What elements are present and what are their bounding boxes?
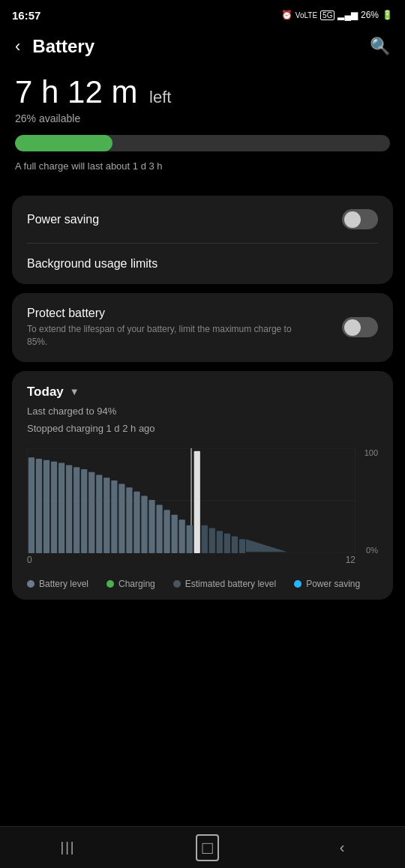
power-saving-label: Power saving [27,213,333,226]
home-button[interactable]: □ [196,834,219,861]
chart-legend: Battery level Charging Estimated battery… [27,579,378,589]
svg-rect-25 [172,515,178,553]
svg-rect-13 [81,469,87,553]
chart-stopped-charging: Stopped charging 1 d 2 h ago [27,421,378,437]
legend-dot-charging [106,580,114,588]
svg-rect-17 [111,480,117,553]
x-label-12: 12 [346,555,356,565]
y-label-bottom: 0% [366,546,378,555]
legend-estimated-battery: Estimated battery level [173,579,276,589]
5g-icon: 5G [320,10,334,20]
svg-rect-34 [239,540,245,554]
volte-icon: VoLTE [296,11,317,19]
svg-rect-29 [202,525,208,553]
protect-toggle-knob [344,319,361,336]
search-button[interactable]: 🔍 [370,37,390,56]
bottom-nav: ||| □ ‹ [0,826,405,868]
legend-dot-estimated [173,580,181,588]
svg-rect-6 [28,458,34,554]
power-saving-toggle[interactable] [342,209,378,229]
svg-rect-14 [88,472,94,553]
svg-rect-19 [126,488,132,554]
protect-battery-label: Protect battery [27,307,333,320]
legend-power-saving: Power saving [294,579,360,589]
page-title: Battery [32,36,94,57]
svg-rect-27 [187,525,193,553]
svg-rect-7 [36,459,42,553]
power-saving-row[interactable]: Power saving [12,196,393,243]
svg-rect-16 [104,478,110,554]
header: ‹ Battery 🔍 [0,27,405,69]
x-label-0: 0 [27,555,32,565]
battery-time-remaining: 7 h 12 m left [15,75,390,109]
background-usage-label: Background usage limits [27,257,378,271]
legend-dot-powersaving [294,580,302,588]
svg-rect-33 [232,537,238,553]
status-icons: ⏰ VoLTE 5G ▂▄▆ 26% 🔋 [281,10,393,20]
recent-apps-button[interactable]: ||| [60,840,75,855]
battery-available-text: 26% available [15,112,390,124]
svg-marker-35 [246,540,287,552]
battery-minutes: 12 m [68,74,137,109]
svg-rect-31 [217,531,223,554]
svg-rect-22 [148,500,154,553]
svg-rect-8 [44,460,50,553]
protect-battery-sublabel: To extend the lifespan of your battery, … [27,323,312,349]
svg-rect-30 [209,528,215,554]
legend-dot-battery [27,580,34,588]
background-usage-row[interactable]: Background usage limits [12,244,393,284]
battery-chart-svg [27,448,356,553]
back-button[interactable]: ‹ [15,37,20,56]
y-label-top: 100 [364,448,378,457]
battery-progress-bar [15,135,390,151]
battery-hours: 7 h [15,74,58,109]
battery-suffix: left [149,88,171,106]
svg-rect-20 [134,492,140,553]
chart-header: Today ▼ [27,385,378,400]
svg-rect-32 [224,534,230,553]
svg-rect-23 [156,505,162,553]
chart-period: Today [27,385,64,400]
protect-battery-card: Protect battery To extend the lifespan o… [12,293,393,362]
protect-battery-toggle[interactable] [342,317,378,337]
svg-rect-9 [51,462,57,553]
battery-percent: 26% [361,10,379,20]
protect-battery-row[interactable]: Protect battery To extend the lifespan o… [12,293,393,362]
power-settings-card: Power saving Background usage limits [12,196,393,284]
battery-chart-card: Today ▼ Last charged to 94% Stopped char… [12,371,393,600]
legend-charging: Charging [106,579,155,589]
svg-rect-18 [118,484,124,553]
battery-icon: 🔋 [382,10,393,20]
svg-rect-12 [74,468,80,554]
svg-rect-11 [66,465,72,554]
svg-rect-26 [179,520,185,554]
svg-rect-21 [141,496,147,554]
battery-full-charge-text: A full charge will last about 1 d 3 h [15,160,390,172]
header-left: ‹ Battery [15,36,94,57]
status-time: 16:57 [12,9,40,22]
battery-chart-area: 100 0% [27,448,378,568]
status-bar: 16:57 ⏰ VoLTE 5G ▂▄▆ 26% 🔋 [0,0,405,27]
toggle-knob [344,211,361,228]
signal-icon: ▂▄▆ [338,10,358,20]
svg-rect-15 [96,475,102,554]
back-nav-button[interactable]: ‹ [340,839,345,856]
chart-last-charged: Last charged to 94% [27,404,378,420]
svg-rect-10 [58,463,64,553]
battery-bar-fill [15,135,112,151]
alarm-icon: ⏰ [281,10,292,20]
svg-rect-28 [194,451,200,553]
battery-info-section: 7 h 12 m left 26% available A full charg… [0,69,405,187]
chevron-down-icon[interactable]: ▼ [70,386,80,397]
legend-battery-level: Battery level [27,579,88,589]
svg-rect-24 [164,510,170,554]
